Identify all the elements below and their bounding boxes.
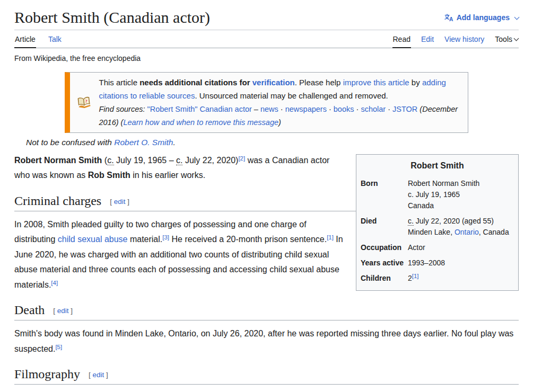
add-languages-label: Add languages [457,13,510,22]
ref-link-4[interactable]: [4] [51,280,58,286]
bracket: [ [89,371,93,379]
ref-link-1[interactable]: [1] [412,273,419,279]
wikipedia-article-page: Robert Smith (Canadian actor) A Add lang… [0,0,533,385]
infobox-value-line: 2[1] [408,273,514,284]
text: · [327,105,334,113]
hatnote: Not to be confused with Robert O. Smith. [14,138,519,147]
text: ) [278,118,281,127]
circa-abbr: c. [176,156,182,165]
text: This article [99,78,139,87]
ref-link-1[interactable]: [1] [327,234,334,240]
infobox-value: 2[1] [408,271,514,286]
jstor-link[interactable]: JSTOR [392,105,417,113]
ref-link-3[interactable]: [3] [162,234,169,240]
text: . Unsourced material may be challenged a… [195,91,388,100]
edit-link[interactable]: edit [114,198,126,206]
tab-talk[interactable]: Talk [48,30,62,48]
infobox-label: Years active [361,255,408,271]
text: Find sources: [99,105,147,113]
text: needs additional citations for [139,78,252,87]
page-title: Robert Smith (Canadian actor) [14,7,210,28]
tab-label: Read [393,35,410,43]
text: – [252,105,260,113]
books-link[interactable]: books [334,105,354,113]
infobox-body: BornRobert Norman Smithc. July 19, 1965C… [361,176,514,286]
infobox-value-line: c. July 22, 2020 (aged 55) [408,216,514,227]
newspapers-link[interactable]: newspapers [285,105,327,113]
tab-edit[interactable]: Edit [421,30,434,48]
news-link[interactable]: news [260,105,278,113]
robert-o-smith-link[interactable]: Robert O. Smith [114,138,173,147]
question-book-icon: ? [76,91,91,113]
child-sexual-abuse-link[interactable]: child sexual abuse [58,235,128,244]
infobox-value-line: Minden Lake, Ontario, Canada [408,227,514,238]
text: 1993–2008 [408,259,445,267]
text: July 22, 2020) [182,156,238,165]
article-body: Robert Smith BornRobert Norman Smithc. J… [14,153,519,385]
improve-this-article-link[interactable]: improve this article [343,78,409,87]
find-sources-line: Find sources: "Robert Smith" Canadian ac… [99,103,461,129]
death-paragraph: Smith's body was found in Minden Lake, O… [14,326,519,357]
tab-read[interactable]: Read [392,30,411,48]
citations-needed-notice: ? This article needs additional citation… [65,72,468,133]
edit-link[interactable]: edit [57,307,69,315]
site-tagline: From Wikipedia, the free encyclopedia [14,54,519,63]
tab-tools[interactable]: Tools [494,30,519,48]
edit-link[interactable]: edit [93,371,104,379]
reference: [3] [162,234,169,240]
text: Canada [408,201,434,210]
text: Not to be confused with [26,138,114,147]
text: · [278,105,285,113]
tab-label: Edit [421,35,434,43]
tab-label: View history [444,35,484,43]
heading-text: Criminal charges [14,194,101,208]
edit-section: [ edit ] [110,198,129,206]
text: July 19, 1965 – [114,156,176,165]
infobox-row: Years active1993–2008 [361,255,514,271]
infobox-row: OccupationActor [361,240,514,255]
learn-how-link[interactable]: Learn how and when to remove this messag… [123,118,278,127]
views-tabs: ReadEditView historyTools [383,30,519,48]
infobox-value: Actor [408,240,514,255]
section-heading-filmography: Filmography [ edit ] [14,367,519,385]
infobox-value: 1993–2008 [408,255,514,271]
infobox-title: Robert Smith [361,157,514,176]
bracket: ] [69,307,73,315]
tab-article[interactable]: Article [14,30,36,48]
text: 2 [408,274,412,282]
infobox-value-line: Actor [408,242,514,253]
infobox-label: Died [361,213,408,240]
reference: [4] [51,280,58,286]
text: He received a 20-month prison sentence. [169,235,327,244]
reference: [2] [238,155,245,162]
ontario-link[interactable]: Ontario [455,228,479,236]
infobox-value: Robert Norman Smithc. July 19, 1965Canad… [408,176,514,213]
infobox-row: BornRobert Norman Smithc. July 19, 1965C… [361,176,514,213]
ref-link-2[interactable]: [2] [238,155,245,162]
chevron-down-icon [514,15,520,20]
verification-link[interactable]: verification [252,78,295,87]
ref-link-5[interactable]: [5] [55,344,62,350]
tab-view-history[interactable]: View history [444,30,485,48]
text: . [173,138,175,147]
circa-abbr: c. [107,156,113,165]
text: · [354,105,361,113]
edit-section: [ edit ] [89,371,108,379]
find-sources-query-link[interactable]: "Robert Smith" Canadian actor [147,105,252,113]
text: Robert Norman Smith [14,156,102,165]
text: · [386,105,392,113]
namespace-tabs: ArticleTalk [14,30,74,48]
text: in his earlier works. [130,171,205,180]
add-languages-button[interactable]: A Add languages [444,13,519,22]
scholar-link[interactable]: scholar [361,105,386,113]
bracket: [ [53,307,57,315]
infobox-value: c. July 22, 2020 (aged 55)Minden Lake, O… [408,213,514,240]
svg-text:?: ? [85,99,88,104]
heading-text: Filmography [14,367,80,381]
notice-text: This article needs additional citations … [99,76,461,129]
section-heading-death: Death [ edit ] [14,303,519,320]
text: Smith's body was found in Minden Lake, O… [14,329,513,353]
infobox-label: Children [361,271,408,286]
text: Minden Lake, [408,228,455,236]
text: ( [102,156,107,165]
